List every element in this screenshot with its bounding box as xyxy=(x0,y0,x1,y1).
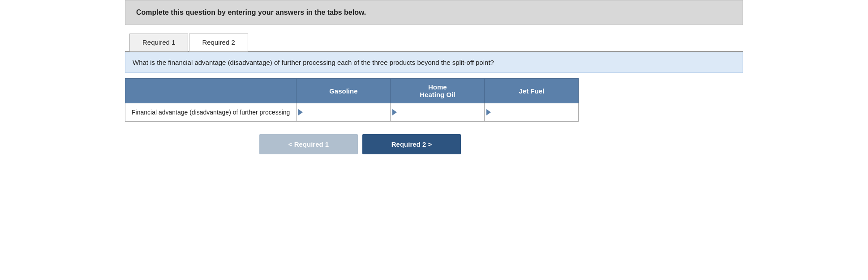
nav-buttons: < Required 1 Required 2 > xyxy=(125,134,743,154)
instruction-text: Complete this question by entering your … xyxy=(136,8,366,16)
home-heating-oil-input[interactable] xyxy=(399,105,482,119)
header-jet-fuel: Jet Fuel xyxy=(485,79,579,103)
question-area: What is the financial advantage (disadva… xyxy=(125,52,743,73)
header-gasoline: Gasoline xyxy=(296,79,391,103)
next-button[interactable]: Required 2 > xyxy=(362,134,461,154)
tabs-row: Required 1 Required 2 xyxy=(125,33,743,52)
home-heating-oil-input-cell[interactable] xyxy=(391,103,485,122)
table-wrapper: Gasoline HomeHeating Oil Jet Fuel Financ… xyxy=(125,78,743,122)
gasoline-input[interactable] xyxy=(305,105,388,119)
gasoline-input-cell[interactable] xyxy=(296,103,391,122)
tab-required2[interactable]: Required 2 xyxy=(189,34,248,51)
data-table: Gasoline HomeHeating Oil Jet Fuel Financ… xyxy=(125,78,579,122)
tab-required1[interactable]: Required 1 xyxy=(129,34,188,51)
home-heating-oil-marker xyxy=(392,109,397,115)
header-label xyxy=(125,79,296,103)
header-home-heating-oil: HomeHeating Oil xyxy=(391,79,485,103)
main-container: Complete this question by entering your … xyxy=(125,0,743,154)
prev-button[interactable]: < Required 1 xyxy=(259,134,358,154)
jet-fuel-input[interactable] xyxy=(493,105,576,119)
jet-fuel-input-cell[interactable] xyxy=(485,103,579,122)
jet-fuel-marker xyxy=(486,109,491,115)
instruction-bar: Complete this question by entering your … xyxy=(125,0,743,25)
row-label: Financial advantage (disadvantage) of fu… xyxy=(125,103,296,122)
gasoline-marker xyxy=(298,109,303,115)
question-text: What is the financial advantage (disadva… xyxy=(133,59,494,66)
table-row: Financial advantage (disadvantage) of fu… xyxy=(125,103,579,122)
